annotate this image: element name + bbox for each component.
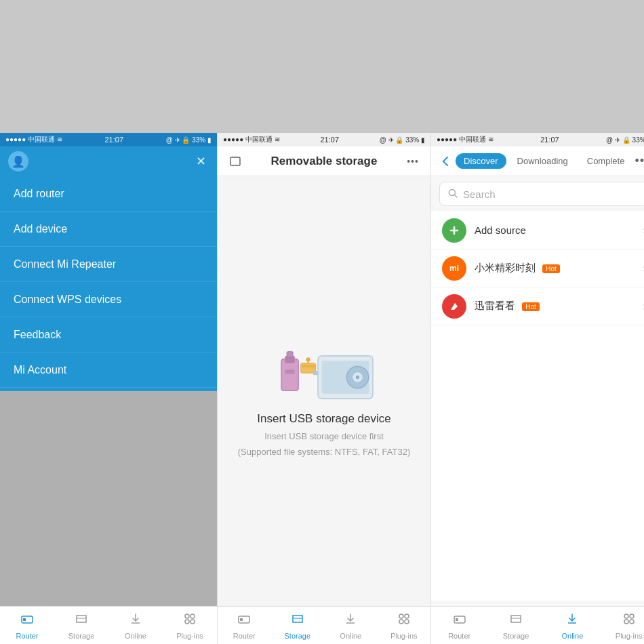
svg-point-4 xyxy=(185,620,189,624)
tab-storage-left[interactable]: Storage xyxy=(54,607,108,644)
search-placeholder: Search xyxy=(463,188,496,200)
storage-icon-middle xyxy=(290,611,305,630)
online-icon-middle xyxy=(343,611,358,630)
tab-online-right[interactable]: Online xyxy=(544,607,601,644)
right-carrier: ●●●●● 中国联通 ≋ xyxy=(437,135,494,144)
online-icon-right xyxy=(565,611,580,630)
plugins-icon-right xyxy=(622,611,637,630)
list-item-xunlei[interactable]: 迅雷看看 Hot › xyxy=(431,287,644,325)
right-back-icon[interactable] xyxy=(437,152,456,171)
middle-back-icon[interactable] xyxy=(226,152,245,171)
left-time: 21:07 xyxy=(104,136,123,144)
left-header: 👤 ✕ xyxy=(0,146,217,176)
xiaomi-hot-badge: Hot xyxy=(542,264,560,273)
svg-point-23 xyxy=(399,614,403,618)
svg-point-30 xyxy=(624,614,628,618)
svg-point-11 xyxy=(356,375,359,378)
add-source-text: Add source xyxy=(475,224,643,237)
avatar: 👤 xyxy=(8,151,28,172)
plugins-icon xyxy=(182,611,197,630)
menu-item-add-device[interactable]: Add device xyxy=(0,212,217,247)
router-icon-right xyxy=(452,611,467,630)
router-icon xyxy=(20,611,35,630)
tab-storage-middle[interactable]: Storage xyxy=(271,607,325,644)
close-button[interactable]: ✕ xyxy=(193,153,209,169)
svg-rect-18 xyxy=(302,365,315,367)
middle-header: Removable storage ••• xyxy=(218,146,430,176)
svg-rect-29 xyxy=(456,618,458,621)
panel-right: ●●●●● 中国联通 ≋ 21:07 @ ✈ 🔒 33% ▮ Discover … xyxy=(431,133,644,644)
left-carrier: ●●●●● 中国联通 ≋ xyxy=(5,135,62,144)
svg-point-25 xyxy=(399,620,403,624)
right-more-icon[interactable]: ••• xyxy=(632,152,644,171)
search-icon xyxy=(448,188,458,200)
left-status-bar: ●●●●● 中国联通 ≋ 21:07 @ ✈ 🔒 33% ▮ xyxy=(0,133,217,146)
menu-item-connect-wps[interactable]: Connect WPS devices xyxy=(0,282,217,317)
right-header: Discover Downloading Complete ••• xyxy=(431,146,644,176)
menu-item-add-router[interactable]: Add router xyxy=(0,176,217,212)
left-tab-bar: Router Storage Online xyxy=(0,606,217,644)
svg-point-33 xyxy=(630,620,634,624)
tab-pill-downloading[interactable]: Downloading xyxy=(509,153,576,169)
svg-rect-20 xyxy=(313,371,318,374)
storage-icon xyxy=(74,611,89,630)
panel-left: ●●●●● 中国联通 ≋ 21:07 @ ✈ 🔒 33% ▮ 👤 ✕ Add r… xyxy=(0,133,217,644)
tab-pill-complete[interactable]: Complete xyxy=(579,153,633,169)
tab-storage-right[interactable]: Storage xyxy=(487,607,544,644)
svg-rect-22 xyxy=(240,618,243,621)
tab-router-left[interactable]: Router xyxy=(0,607,54,644)
menu-item-feedback[interactable]: Feedback xyxy=(0,317,217,353)
middle-more-icon[interactable]: ••• xyxy=(403,152,422,171)
tab-plugins-right[interactable]: Plug-ins xyxy=(601,607,644,644)
online-icon xyxy=(128,611,143,630)
middle-time: 21:07 xyxy=(320,136,339,144)
svg-point-2 xyxy=(185,614,189,618)
middle-status-bar: ●●●●● 中国联通 ≋ 21:07 @ ✈ 🔒 33% ▮ xyxy=(218,133,430,146)
svg-rect-15 xyxy=(285,369,294,374)
usb-title: Insert USB storage device xyxy=(257,412,390,426)
left-gray-area xyxy=(0,391,217,606)
tab-pill-discover[interactable]: Discover xyxy=(456,153,506,169)
tab-router-right[interactable]: Router xyxy=(431,607,487,644)
xiaomi-icon: mi xyxy=(442,256,466,281)
xunlei-hot-badge: Hot xyxy=(522,302,540,311)
right-tab-bar: Router Storage Online xyxy=(431,606,644,644)
svg-point-31 xyxy=(630,614,634,618)
right-battery: @ ✈ 🔒 33% ▮ xyxy=(606,136,644,144)
top-gray-area xyxy=(0,0,644,133)
plugins-icon-middle xyxy=(397,611,411,630)
svg-rect-16 xyxy=(285,370,294,371)
left-battery: @ ✈ 🔒 33% ▮ xyxy=(166,136,212,144)
svg-point-32 xyxy=(624,620,628,624)
tab-plugins-middle[interactable]: Plug-ins xyxy=(378,607,431,644)
add-source-icon xyxy=(442,218,466,243)
svg-point-5 xyxy=(190,620,195,624)
menu-item-mi-account[interactable]: Mi Account xyxy=(0,353,217,388)
storage-icon-right xyxy=(508,611,523,630)
xunlei-text: 迅雷看看 Hot xyxy=(475,300,643,313)
svg-point-26 xyxy=(405,620,409,624)
svg-rect-6 xyxy=(230,157,240,165)
tab-online-middle[interactable]: Online xyxy=(324,607,378,644)
tab-plugins-left[interactable]: Plug-ins xyxy=(163,607,217,644)
right-time: 21:07 xyxy=(540,136,559,144)
right-status-bar: ●●●●● 中国联通 ≋ 21:07 @ ✈ 🔒 33% ▮ xyxy=(431,133,644,146)
svg-rect-12 xyxy=(281,359,298,390)
usb-illustration xyxy=(263,324,385,412)
middle-title: Removable storage xyxy=(245,155,403,168)
list-item-xiaomi[interactable]: mi 小米精彩时刻 Hot › xyxy=(431,249,644,287)
usb-subtitle: Insert USB storage device first (Support… xyxy=(238,430,411,459)
xiaomi-text: 小米精彩时刻 Hot xyxy=(475,262,643,275)
middle-battery: @ ✈ 🔒 33% ▮ xyxy=(380,136,425,144)
list-item-add-source[interactable]: Add source › xyxy=(431,212,644,249)
panel-middle: ●●●●● 中国联通 ≋ 21:07 @ ✈ 🔒 33% ▮ Removable… xyxy=(217,133,431,644)
xunlei-icon xyxy=(442,294,466,319)
middle-content: Insert USB storage device Insert USB sto… xyxy=(218,176,430,606)
tab-router-middle[interactable]: Router xyxy=(218,607,271,644)
online-list: Add source › mi 小米精彩时刻 Hot › xyxy=(431,212,644,601)
svg-point-24 xyxy=(405,614,409,618)
search-bar[interactable]: Search xyxy=(439,182,644,206)
menu-item-connect-repeater[interactable]: Connect Mi Repeater xyxy=(0,247,217,282)
tab-online-left[interactable]: Online xyxy=(108,607,163,644)
router-icon-middle xyxy=(237,611,251,630)
